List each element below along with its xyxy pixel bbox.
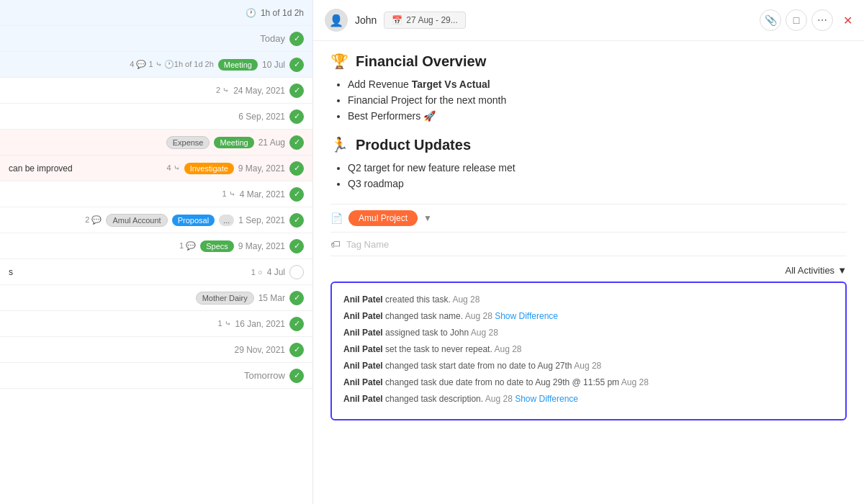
task-row: 6 Sep, 2021 ✓ — [0, 104, 312, 130]
activity-action: changed task description. — [385, 394, 485, 404]
task-check[interactable]: ✓ — [289, 187, 304, 202]
row-meta: 1 💬 — [179, 241, 196, 251]
row-meta: 2 ⤷ — [216, 86, 229, 95]
task-check[interactable]: ✓ — [289, 343, 304, 357]
show-difference-link[interactable]: Show Difference — [515, 394, 578, 404]
more-badge[interactable]: ... — [219, 215, 234, 226]
investigate-badge[interactable]: Investigate — [184, 163, 234, 174]
task-row: 1 ⤷ 16 Jan, 2021 ✓ — [0, 311, 312, 337]
task-check[interactable]: ✓ — [289, 58, 304, 72]
header-row: 🕐 1h of 1d 2h — [0, 0, 312, 26]
all-activities-button[interactable]: All Activities ▼ — [785, 265, 847, 276]
task-date: 9 May, 2021 — [238, 163, 285, 174]
task-check[interactable]: ✓ — [289, 161, 304, 176]
activity-line: Anil Patel assigned task to John Aug 28 — [343, 326, 834, 339]
today-section: Today ✓ — [0, 26, 312, 52]
activity-time: Aug 28 — [574, 361, 601, 371]
show-difference-link[interactable]: Show Difference — [495, 311, 558, 321]
project-row: 📄 Amul Project ▼ — [330, 204, 847, 232]
square-button[interactable]: □ — [786, 9, 807, 31]
task-row: 29 Nov, 2021 ✓ — [0, 337, 312, 363]
user-name: John — [355, 14, 377, 26]
date-range-badge[interactable]: 📅 27 Aug - 29... — [384, 12, 465, 29]
project-badge[interactable]: Amul Project — [348, 210, 418, 226]
row-meta: 2 💬 — [85, 215, 102, 225]
activity-time: Aug 28 — [465, 311, 495, 321]
expense-badge[interactable]: Expense — [166, 136, 210, 149]
financial-overview-list: Add Revenue Target Vs Actual Financial P… — [348, 78, 847, 122]
task-check[interactable]: ✓ — [289, 84, 304, 98]
activity-author: Anil Patel — [343, 328, 383, 338]
task-date: 1 Sep, 2021 — [238, 215, 285, 225]
amul-account-badge[interactable]: Amul Account — [106, 214, 167, 227]
activity-time: Aug 28 — [471, 328, 498, 338]
avatar-icon: 👤 — [329, 14, 343, 27]
activity-action: assigned task to John — [385, 328, 471, 338]
task-date: 10 Jul — [262, 60, 285, 70]
meeting-badge[interactable]: Meeting — [218, 59, 258, 71]
row-meta: 1 ○ — [251, 268, 263, 276]
task-row: Mother Dairy 15 Mar ✓ — [0, 285, 312, 311]
task-row: can be improved 4 ⤷ Investigate 9 May, 2… — [0, 156, 312, 181]
task-check[interactable]: ✓ — [289, 109, 304, 124]
list-item: Q3 roadmap — [348, 178, 847, 189]
paperclip-button[interactable]: 📎 — [760, 9, 781, 31]
task-check[interactable]: ✓ — [289, 135, 304, 150]
activity-action: changed task start date from no date to … — [385, 361, 574, 371]
task-check[interactable]: ✓ — [289, 213, 304, 228]
tag-placeholder[interactable]: Tag Name — [346, 239, 389, 250]
trophy-icon: 🏆 — [330, 53, 348, 70]
project-icon: 📄 — [330, 212, 343, 224]
row-meta: 4 💬 1 ⤷ 🕐1h of 1d 2h — [130, 60, 214, 69]
product-updates-title: Product Updates — [356, 137, 471, 153]
activity-author: Anil Patel — [343, 294, 383, 305]
activity-line: Anil Patel created this task. Aug 28 — [343, 293, 834, 306]
today-label: Today ✓ — [260, 32, 304, 46]
task-date: 9 May, 2021 — [238, 241, 285, 251]
task-check[interactable]: ✓ — [289, 317, 304, 331]
activity-action: changed task due date from no date to Au… — [385, 377, 621, 387]
task-date: 21 Aug — [258, 138, 285, 148]
task-row: s 1 ○ 4 Jul — [0, 259, 312, 285]
activity-author: Anil Patel — [343, 311, 383, 321]
activity-time: Aug 28 — [485, 394, 515, 404]
tomorrow-section: Tomorrow ✓ — [0, 363, 312, 389]
proposal-badge[interactable]: Proposal — [172, 215, 215, 226]
task-check[interactable]: ✓ — [289, 291, 304, 305]
activity-time: Aug 28 — [621, 377, 649, 387]
activity-line: Anil Patel changed task description. Aug… — [343, 392, 834, 405]
today-check[interactable]: ✓ — [289, 32, 304, 46]
avatar: 👤 — [325, 9, 348, 32]
task-row: Expense Meeting 21 Aug ✓ — [0, 130, 312, 156]
task-row: 1 ⤷ 4 Mar, 2021 ✓ — [0, 181, 312, 207]
close-button[interactable]: ✕ — [843, 14, 852, 27]
task-date: 29 Nov, 2021 — [235, 345, 286, 355]
chevron-down-icon[interactable]: ▼ — [423, 213, 432, 223]
task-check[interactable] — [289, 265, 304, 279]
mother-dairy-badge[interactable]: Mother Dairy — [196, 292, 254, 305]
list-item: Financial Project for the next month — [348, 94, 847, 106]
row-meta: 4 ⤷ — [166, 163, 179, 173]
more-button[interactable]: ⋯ — [811, 9, 833, 31]
financial-overview-title: Financial Overview — [356, 53, 486, 70]
chevron-down-icon: ▼ — [837, 265, 847, 276]
content-area: 🏆 Financial Overview Add Revenue Target … — [313, 41, 864, 432]
task-date: 6 Sep, 2021 — [238, 112, 285, 122]
task-label: s — [9, 267, 13, 277]
tag-icon: 🏷 — [330, 238, 341, 250]
meeting-badge[interactable]: Meeting — [214, 137, 253, 148]
task-date: 4 Jul — [267, 267, 285, 277]
right-header: 👤 John 📅 27 Aug - 29... 📎 □ ⋯ ✕ — [313, 0, 864, 41]
activity-action: created this task. — [385, 294, 452, 305]
tomorrow-check[interactable]: ✓ — [289, 369, 304, 383]
specs-badge[interactable]: Specs — [200, 240, 234, 252]
activity-line: Anil Patel changed task start date from … — [343, 359, 834, 372]
activity-box: Anil Patel created this task. Aug 28 Ani… — [330, 282, 847, 420]
task-check[interactable]: ✓ — [289, 239, 304, 253]
row-meta: 1 ⤷ — [222, 189, 235, 199]
runner-icon: 🏃 — [330, 136, 348, 153]
activity-time: Aug 28 — [452, 294, 480, 305]
task-row: 2 💬 Amul Account Proposal ... 1 Sep, 202… — [0, 207, 312, 233]
tomorrow-label: Tomorrow ✓ — [244, 369, 304, 383]
date-range-text: 27 Aug - 29... — [406, 15, 457, 25]
